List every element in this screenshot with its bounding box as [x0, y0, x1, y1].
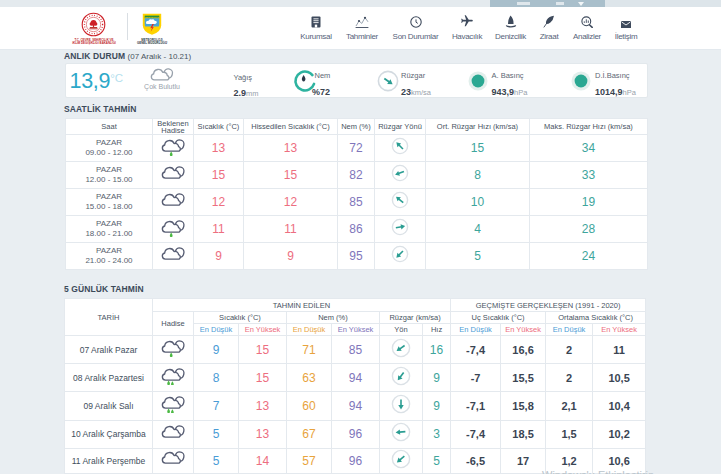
svg-text:METEOROLOJİ: METEOROLOJİ	[145, 15, 159, 17]
